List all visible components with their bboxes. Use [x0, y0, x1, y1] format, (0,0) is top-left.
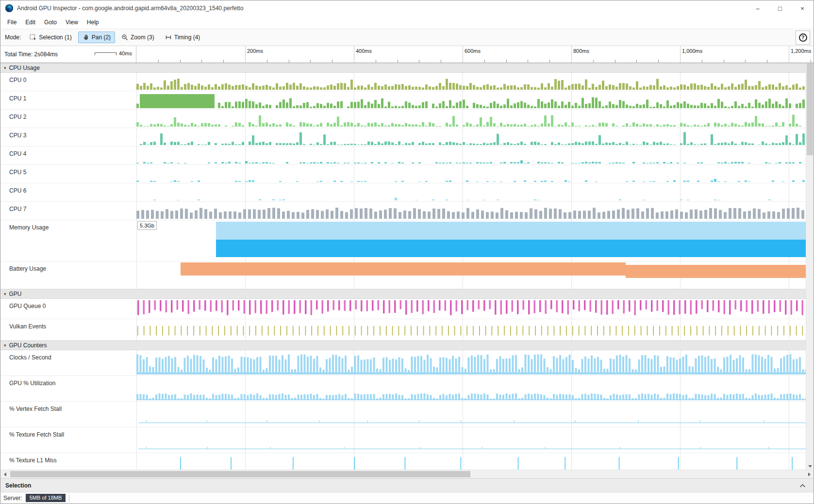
- track-chart-cpu-3[interactable]: [136, 128, 814, 146]
- battery-band: [626, 265, 806, 278]
- toolbar: Mode: Selection (1)Pan (2)Zoom (3)Timing…: [0, 29, 814, 46]
- timing-mode-button-label: Timing (4): [174, 34, 200, 41]
- ruler-minor-tick: [767, 60, 767, 63]
- track-row-memory-usage: Memory Usage5.3Gb: [0, 220, 814, 261]
- track-label-texture-fetch-stall: % Texture Fetch Stall: [0, 427, 136, 453]
- pan-icon: [83, 34, 89, 41]
- track-canvas: [136, 402, 807, 427]
- collapse-triangle-icon[interactable]: ▾: [4, 343, 6, 348]
- horizontal-scrollbar[interactable]: [0, 470, 814, 478]
- ruler-timeline[interactable]: 200ms400ms600ms800ms1,000ms1,200ms: [136, 46, 814, 63]
- track-canvas: [136, 183, 807, 201]
- track-label-cpu-3: CPU 3: [0, 128, 136, 146]
- track-row-cpu-0: CPU 0: [0, 73, 814, 91]
- ruler-minor-tick: [724, 60, 724, 63]
- selection-panel-header[interactable]: Selection: [0, 478, 814, 492]
- menu-view[interactable]: View: [61, 17, 83, 28]
- timing-mode-button[interactable]: Timing (4): [161, 32, 205, 43]
- vertical-scrollbar-thumb[interactable]: [807, 63, 813, 155]
- track-chart-memory-usage[interactable]: 5.3Gb: [136, 220, 814, 261]
- ruler-tick-label: 200ms: [247, 48, 263, 54]
- track-canvas: [136, 350, 807, 375]
- track-chart-battery-usage[interactable]: [136, 261, 814, 289]
- track-chart-vertex-fetch-stall[interactable]: [136, 402, 814, 427]
- ruler-tick-label: 800ms: [573, 48, 589, 54]
- track-chart-cpu-0[interactable]: [136, 73, 814, 91]
- track-label-cpu-5: CPU 5: [0, 165, 136, 183]
- track-canvas: [136, 427, 807, 453]
- help-button[interactable]: ?: [796, 31, 810, 45]
- track-row-texture-l1-miss: % Texture L1 Miss: [0, 453, 814, 470]
- track-label-memory-usage: Memory Usage: [0, 220, 136, 261]
- track-rows: ▾CPU UsageCPU 0CPU 1CPU 2CPU 3CPU 4CPU 5…: [0, 63, 814, 470]
- scroll-down-icon[interactable]: [808, 465, 812, 468]
- ruler-minor-tick: [376, 60, 376, 63]
- track-row-texture-fetch-stall: % Texture Fetch Stall: [0, 427, 814, 453]
- track-chart-cpu-5[interactable]: [136, 165, 814, 183]
- track-chart-texture-l1-miss[interactable]: [136, 453, 814, 470]
- track-chart-vulkan-events[interactable]: [136, 319, 814, 340]
- menu-file[interactable]: File: [3, 17, 21, 28]
- ruler-minor-tick: [811, 60, 811, 63]
- app-window: Android GPU Inspector - com.google.andro…: [0, 0, 814, 504]
- track-chart-cpu-1[interactable]: [136, 91, 814, 109]
- selection-mode-button[interactable]: Selection (1): [25, 32, 76, 43]
- menu-edit[interactable]: Edit: [21, 17, 40, 28]
- ruler-major-tick: [789, 46, 789, 63]
- scroll-right-icon[interactable]: [805, 470, 814, 478]
- horizontal-scrollbar-thumb[interactable]: [10, 471, 470, 477]
- ruler-minor-tick: [636, 60, 637, 63]
- track-canvas: [136, 128, 807, 146]
- ruler-minor-tick: [745, 60, 746, 63]
- collapse-chevron-icon[interactable]: [799, 484, 806, 488]
- track-row-cpu-7: CPU 7: [0, 202, 814, 220]
- ruler-minor-tick: [223, 60, 224, 63]
- timeline-ruler: Total Time: 2s084ms 40ms 200ms400ms600ms…: [0, 46, 814, 63]
- menu-goto[interactable]: Goto: [40, 17, 61, 28]
- ruler-minor-tick: [702, 60, 702, 63]
- ruler-minor-tick: [593, 60, 594, 63]
- track-row-cpu-4: CPU 4: [0, 146, 814, 165]
- track-chart-gpu-queue-0[interactable]: [136, 299, 814, 319]
- maximize-button[interactable]: □: [769, 0, 791, 16]
- track-chart-gpu-utilization[interactable]: [136, 376, 814, 401]
- pan-mode-button-label: Pan (2): [92, 34, 111, 41]
- ruler-minor-tick: [267, 60, 267, 63]
- ruler-minor-tick: [658, 60, 659, 63]
- section-header-cpu-usage[interactable]: ▾CPU Usage: [0, 63, 814, 73]
- zoom-icon: [121, 34, 128, 41]
- track-label-battery-usage: Battery Usage: [0, 261, 136, 289]
- ruler-major-tick: [680, 46, 681, 63]
- track-chart-clocks-second[interactable]: [136, 350, 814, 375]
- ruler-minor-tick: [484, 60, 485, 63]
- ruler-tick-label: 1,000ms: [682, 48, 702, 54]
- section-header-gpu[interactable]: ▾GPU: [0, 289, 814, 299]
- ruler-minor-tick: [549, 60, 550, 63]
- menu-help[interactable]: Help: [83, 17, 103, 28]
- track-chart-cpu-6[interactable]: [136, 183, 814, 201]
- track-label-cpu-7: CPU 7: [0, 202, 136, 220]
- track-canvas: [136, 376, 807, 401]
- close-button[interactable]: ×: [791, 0, 814, 16]
- pan-mode-button[interactable]: Pan (2): [78, 32, 115, 43]
- selection-icon: [30, 34, 36, 41]
- track-chart-cpu-7[interactable]: [136, 202, 814, 220]
- track-canvas: [136, 319, 807, 340]
- track-chart-cpu-4[interactable]: [136, 146, 814, 164]
- track-chart-texture-fetch-stall[interactable]: [136, 427, 814, 453]
- selection-panel-title: Selection: [5, 482, 31, 489]
- track-label-gpu-utilization: GPU % Utilization: [0, 376, 136, 401]
- selection-mode-button-label: Selection (1): [39, 34, 71, 41]
- vertical-scrollbar[interactable]: [806, 63, 814, 470]
- track-row-battery-usage: Battery Usage: [0, 261, 814, 289]
- track-chart-cpu-2[interactable]: [136, 110, 814, 128]
- section-header-gpu-counters[interactable]: ▾GPU Counters: [0, 341, 814, 350]
- minimize-button[interactable]: –: [747, 0, 769, 16]
- menubar: FileEditGotoViewHelp: [0, 16, 814, 29]
- zoom-mode-button[interactable]: Zoom (3): [117, 32, 159, 43]
- track-label-cpu-2: CPU 2: [0, 110, 136, 128]
- scroll-left-icon[interactable]: [0, 470, 9, 478]
- collapse-triangle-icon[interactable]: ▾: [4, 66, 6, 70]
- ruler-major-tick: [354, 46, 354, 63]
- collapse-triangle-icon[interactable]: ▾: [4, 292, 6, 296]
